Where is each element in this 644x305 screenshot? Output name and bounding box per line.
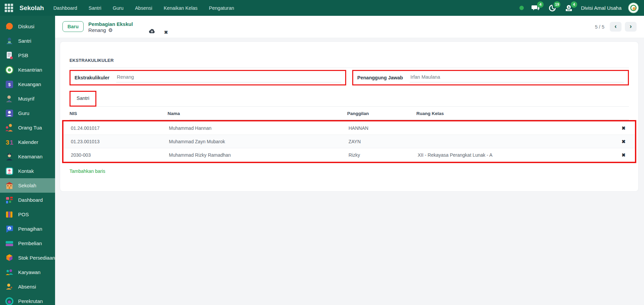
chat-icon[interactable]: 4 — [531, 3, 541, 13]
purchasing-icon — [5, 239, 14, 248]
cell-nis[interactable]: 2030-003 — [71, 152, 169, 158]
teacher-icon — [5, 109, 14, 118]
table-row[interactable]: 01.23.001013 Muhammad Zayn Mubarok ZAYN … — [63, 135, 635, 148]
sidebar-item-pembelian[interactable]: Pembelian — [0, 236, 55, 251]
section-divider — [70, 68, 629, 68]
sidebar-item-keamanan[interactable]: Keamanan — [0, 149, 55, 164]
nav-link-pengaturan[interactable]: Pengaturan — [209, 5, 234, 11]
sidebar-item-perekrutan[interactable]: Perekrutan — [0, 294, 55, 305]
sidebar-item-keuangan[interactable]: $ Keuangan — [0, 77, 55, 91]
sales-deposit-icon[interactable]: $ 4 — [564, 3, 574, 13]
cell-nama[interactable]: Muhammad Rizky Ramadhan — [169, 152, 349, 158]
notifications-badge: 19 — [554, 1, 560, 8]
svg-text:$: $ — [568, 5, 570, 9]
sidebar-item-absensi[interactable]: Absensi — [0, 279, 55, 294]
nav-link-santri[interactable]: Santri — [89, 5, 101, 11]
table-row[interactable]: 2030-003 Muhammad Rizky Ramadhan Rizky X… — [63, 148, 635, 162]
cell-panggilan[interactable]: ZAYN — [349, 139, 418, 144]
upload-cloud-icon[interactable] — [148, 29, 155, 35]
calendar-31-icon: 31 — [5, 138, 14, 147]
chat-blob-icon — [5, 22, 14, 31]
school-building-icon — [5, 181, 14, 190]
penanggung-jawab-label: Penanggung Jawab — [357, 75, 403, 80]
billing-icon: $ — [5, 225, 14, 233]
form-card: EKSTRAKULIKULER Ekstrakulikuler Renang P… — [60, 41, 639, 192]
status-badge: Baru — [62, 21, 84, 32]
module-sidebar: Diskusi Santri PSB Kesantrian $ Keuangan… — [0, 16, 55, 305]
column-header-nis: NIS — [70, 111, 168, 116]
form-content: EKSTRAKULIKULER Ekstrakulikuler Renang P… — [55, 38, 644, 192]
recruitment-icon — [5, 297, 14, 305]
sidebar-item-stok-persediaan[interactable]: Stok Persediaan — [0, 251, 55, 265]
cell-nis[interactable]: 01.23.001013 — [71, 139, 169, 144]
sidebar-item-orang-tua[interactable]: Orang Tua — [0, 120, 55, 135]
nav-link-kenaikan-kelas[interactable]: Kenaikan Kelas — [164, 5, 198, 11]
tab-santri[interactable]: Santri — [77, 96, 89, 101]
sidebar-item-santri[interactable]: Santri — [0, 34, 55, 48]
inventory-cube-icon — [5, 254, 14, 262]
penanggung-jawab-input[interactable]: Irfan Maulana — [410, 73, 624, 82]
page-header: Baru Pembagian Ekskul Renang ⚙ ✖ 5 / 5 ‹… — [55, 16, 644, 38]
delete-row-icon[interactable]: ✖ — [622, 125, 626, 131]
employees-group-icon — [5, 268, 14, 277]
attendance-icon — [5, 282, 14, 291]
contact-card-icon — [5, 167, 14, 176]
mentor-person-icon — [5, 94, 14, 103]
sidebar-item-musyrif[interactable]: Musyrif — [0, 91, 55, 106]
add-row-button[interactable]: Tambahkan baris — [70, 168, 105, 174]
sidebar-item-guru[interactable]: Guru — [0, 106, 55, 120]
top-navbar: Sekolah Dashboard Santri Guru Absensi Ke… — [0, 0, 644, 16]
svg-text:$: $ — [8, 82, 11, 87]
registration-form-icon — [5, 51, 14, 60]
annotation-box-santri-rows: 01.24.001017 Muhammad Hannan HANNAN ✖ 01… — [62, 120, 636, 163]
table-row[interactable]: 01.24.001017 Muhammad Hannan HANNAN ✖ — [63, 121, 635, 135]
svg-text:1: 1 — [10, 139, 13, 146]
close-icon[interactable]: ✖ — [164, 30, 168, 35]
sidebar-item-penagihan[interactable]: $ Penagihan — [0, 222, 55, 236]
sidebar-item-dashboard[interactable]: Dashboard — [0, 193, 55, 207]
sidebar-item-sekolah[interactable]: Sekolah — [0, 178, 55, 193]
section-title: EKSTRAKULIKULER — [70, 58, 629, 63]
cell-nis[interactable]: 01.24.001017 — [71, 125, 169, 131]
cell-panggilan[interactable]: HANNAN — [349, 125, 418, 131]
nav-link-guru[interactable]: Guru — [113, 5, 124, 11]
delete-row-icon[interactable]: ✖ — [622, 152, 626, 158]
cell-ruang-kelas[interactable]: XII - Rekayasa Perangkat Lunak - A — [418, 152, 609, 158]
delete-row-icon[interactable]: ✖ — [622, 139, 626, 144]
sidebar-item-pos[interactable]: POS — [0, 207, 55, 222]
notifications-history-icon[interactable]: 19 — [547, 3, 557, 13]
tab-bar: Santri — [70, 91, 629, 107]
document-name: Renang — [88, 27, 106, 34]
sidebar-item-psb[interactable]: PSB — [0, 48, 55, 63]
sidebar-item-kalender[interactable]: 31 Kalender — [0, 135, 55, 149]
nav-link-dashboard[interactable]: Dashboard — [53, 5, 77, 11]
nav-link-absensi[interactable]: Absensi — [135, 5, 152, 11]
sidebar-item-karyawan[interactable]: Karyawan — [0, 265, 55, 279]
ekstrakulikuler-label: Ekstrakulikuler — [75, 75, 109, 80]
user-division-label[interactable]: Divisi Amal Usaha — [581, 5, 622, 11]
grid-header-row: NIS Nama Panggilan Ruang Kelas — [70, 107, 629, 120]
sidebar-item-kontak[interactable]: Kontak — [0, 164, 55, 178]
dashboard-tiles-icon — [5, 196, 14, 204]
sidebar-item-kesantrian[interactable]: Kesantrian — [0, 63, 55, 77]
user-avatar[interactable] — [628, 3, 639, 13]
ekstrakulikuler-input[interactable]: Renang — [116, 73, 341, 82]
sales-badge: 4 — [571, 1, 577, 8]
prev-record-button[interactable]: ‹ — [610, 22, 622, 32]
next-record-button[interactable]: › — [625, 22, 637, 32]
cell-nama[interactable]: Muhammad Zayn Mubarok — [169, 139, 349, 144]
security-guard-icon — [5, 152, 14, 161]
annotation-box-ekstrakulikuler: Ekstrakulikuler Renang — [70, 70, 346, 85]
app-title[interactable]: Sekolah — [19, 4, 44, 12]
settings-gear-icon[interactable]: ⚙ — [108, 27, 113, 34]
student-icon — [5, 37, 14, 45]
cell-panggilan[interactable]: Rizky — [349, 152, 418, 158]
annotation-box-penanggung-jawab: Penanggung Jawab Irfan Maulana — [352, 70, 629, 85]
cell-nama[interactable]: Muhammad Hannan — [169, 125, 349, 131]
chat-badge: 4 — [537, 1, 544, 8]
column-header-panggilan: Panggilan — [347, 111, 416, 116]
finance-dollar-icon: $ — [5, 80, 14, 89]
sidebar-item-diskusi[interactable]: Diskusi — [0, 19, 55, 34]
record-counter: 5 / 5 — [595, 24, 604, 30]
apps-grid-icon[interactable] — [5, 4, 13, 12]
